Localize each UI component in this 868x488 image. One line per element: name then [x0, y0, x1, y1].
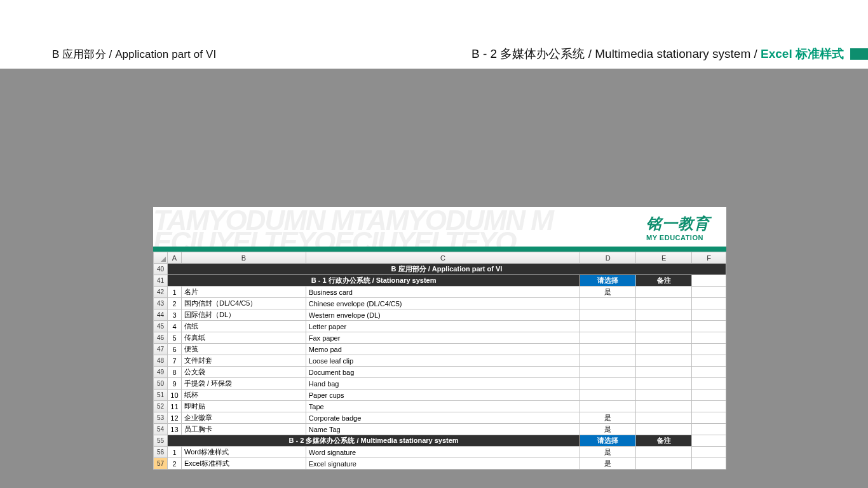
- note-cell[interactable]: [636, 424, 692, 435]
- cell[interactable]: [692, 367, 726, 378]
- cell[interactable]: [692, 435, 726, 447]
- note-cell[interactable]: [636, 287, 692, 298]
- column-header[interactable]: D: [580, 252, 636, 264]
- select-all-corner[interactable]: [154, 252, 168, 264]
- row-index[interactable]: 8: [167, 367, 181, 378]
- item-zh[interactable]: 公文袋: [181, 367, 306, 378]
- status-cell[interactable]: [580, 367, 636, 378]
- row-header[interactable]: 56: [154, 447, 168, 458]
- cell[interactable]: [692, 458, 726, 470]
- status-cell[interactable]: [580, 378, 636, 390]
- row-header[interactable]: 54: [154, 424, 168, 435]
- note-cell[interactable]: [636, 401, 692, 412]
- row-index[interactable]: 1: [167, 287, 181, 298]
- status-cell[interactable]: [580, 390, 636, 401]
- item-zh[interactable]: 纸杯: [181, 390, 306, 401]
- note-cell[interactable]: [636, 412, 692, 424]
- row-index[interactable]: 6: [167, 344, 181, 355]
- column-header[interactable]: A: [167, 252, 181, 264]
- item-zh[interactable]: 文件封套: [181, 355, 306, 367]
- item-zh[interactable]: 即时贴: [181, 401, 306, 412]
- note-cell[interactable]: [636, 298, 692, 309]
- status-cell[interactable]: 是: [580, 287, 636, 298]
- item-en[interactable]: Hand bag: [306, 378, 580, 390]
- row-header[interactable]: 55: [154, 435, 168, 447]
- row-index[interactable]: 12: [167, 412, 181, 424]
- row-header[interactable]: 41: [154, 275, 168, 287]
- note-cell[interactable]: [636, 321, 692, 332]
- item-en[interactable]: Chinese envelope (DL/C4/C5): [306, 298, 580, 309]
- cell[interactable]: [692, 332, 726, 344]
- status-cell[interactable]: [580, 321, 636, 332]
- note-cell[interactable]: [636, 309, 692, 321]
- cell[interactable]: [692, 298, 726, 309]
- cell[interactable]: [692, 424, 726, 435]
- row-index[interactable]: 11: [167, 401, 181, 412]
- column-header[interactable]: C: [306, 252, 580, 264]
- row-header[interactable]: 43: [154, 298, 168, 309]
- cell[interactable]: [692, 412, 726, 424]
- item-en[interactable]: Corporate badge: [306, 412, 580, 424]
- item-zh[interactable]: Excel标准样式: [181, 458, 306, 470]
- item-zh[interactable]: 手提袋 / 环保袋: [181, 378, 306, 390]
- row-header[interactable]: 50: [154, 378, 168, 390]
- row-index[interactable]: 5: [167, 332, 181, 344]
- cell[interactable]: [692, 390, 726, 401]
- status-cell[interactable]: [580, 332, 636, 344]
- status-cell[interactable]: 是: [580, 412, 636, 424]
- item-zh[interactable]: Word标准样式: [181, 447, 306, 458]
- item-zh[interactable]: 国际信封（DL）: [181, 309, 306, 321]
- status-cell[interactable]: [580, 344, 636, 355]
- row-header[interactable]: 57: [154, 458, 168, 470]
- row-header[interactable]: 42: [154, 287, 168, 298]
- item-zh[interactable]: 国内信封（DL/C4/C5）: [181, 298, 306, 309]
- row-index[interactable]: 9: [167, 378, 181, 390]
- status-cell[interactable]: [580, 355, 636, 367]
- item-zh[interactable]: 信纸: [181, 321, 306, 332]
- row-index[interactable]: 13: [167, 424, 181, 435]
- item-en[interactable]: Excel signature: [306, 458, 580, 470]
- row-index[interactable]: 2: [167, 458, 181, 470]
- note-cell[interactable]: [636, 332, 692, 344]
- item-zh[interactable]: 便笺: [181, 344, 306, 355]
- row-header[interactable]: 46: [154, 332, 168, 344]
- row-header[interactable]: 48: [154, 355, 168, 367]
- item-en[interactable]: Tape: [306, 401, 580, 412]
- row-header[interactable]: 52: [154, 401, 168, 412]
- cell[interactable]: [692, 378, 726, 390]
- row-index[interactable]: 1: [167, 447, 181, 458]
- row-header[interactable]: 51: [154, 390, 168, 401]
- note-cell[interactable]: [636, 355, 692, 367]
- item-en[interactable]: Letter paper: [306, 321, 580, 332]
- status-cell[interactable]: [580, 401, 636, 412]
- column-header[interactable]: F: [692, 252, 726, 264]
- note-cell[interactable]: [636, 458, 692, 470]
- row-header[interactable]: 49: [154, 367, 168, 378]
- item-en[interactable]: Western envelope (DL): [306, 309, 580, 321]
- item-zh[interactable]: 企业徽章: [181, 412, 306, 424]
- row-index[interactable]: 4: [167, 321, 181, 332]
- column-header[interactable]: E: [636, 252, 692, 264]
- cell[interactable]: [692, 275, 726, 287]
- row-header[interactable]: 40: [154, 264, 168, 275]
- note-cell[interactable]: [636, 367, 692, 378]
- item-en[interactable]: Memo pad: [306, 344, 580, 355]
- column-header[interactable]: B: [181, 252, 306, 264]
- row-header[interactable]: 45: [154, 321, 168, 332]
- cell[interactable]: [692, 321, 726, 332]
- row-index[interactable]: 2: [167, 298, 181, 309]
- item-en[interactable]: Word signature: [306, 447, 580, 458]
- item-en[interactable]: Document bag: [306, 367, 580, 378]
- status-cell[interactable]: [580, 298, 636, 309]
- item-zh[interactable]: 员工胸卡: [181, 424, 306, 435]
- status-cell[interactable]: 是: [580, 424, 636, 435]
- spreadsheet[interactable]: ABCDEF40B 应用部分 / Application part of VI4…: [153, 252, 726, 470]
- row-index[interactable]: 7: [167, 355, 181, 367]
- item-zh[interactable]: 传真纸: [181, 332, 306, 344]
- item-en[interactable]: Business card: [306, 287, 580, 298]
- cell[interactable]: [692, 447, 726, 458]
- status-cell[interactable]: 是: [580, 458, 636, 470]
- item-en[interactable]: Loose leaf clip: [306, 355, 580, 367]
- row-index[interactable]: 3: [167, 309, 181, 321]
- item-zh[interactable]: 名片: [181, 287, 306, 298]
